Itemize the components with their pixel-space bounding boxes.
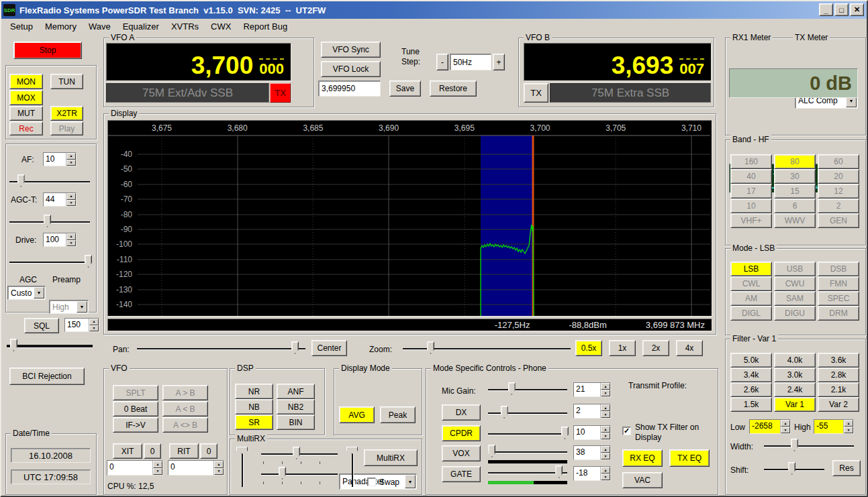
dsp-button[interactable]: SR (235, 415, 273, 430)
zoom-preset-button[interactable]: 4x (676, 340, 703, 356)
bci-rejection-button[interactable]: BCI Rejection (9, 368, 85, 385)
filter-button[interactable]: 5.0k (730, 353, 772, 368)
filter-button[interactable]: 4.0k (774, 353, 816, 368)
mode-button[interactable]: CWL (730, 276, 772, 291)
close-button[interactable]: ✕ (850, 3, 864, 16)
multirx-gain-slider-1[interactable] (260, 447, 339, 460)
dropdown-arrow-icon[interactable]: ▼ (77, 301, 87, 313)
af-spinner[interactable]: 10▲▼ (43, 152, 77, 166)
agct-slider[interactable] (8, 215, 91, 228)
vox-spinner[interactable]: 38▲▼ (573, 445, 611, 460)
band-button[interactable]: 160 (730, 154, 772, 169)
zero-beat-button[interactable]: 0 Beat (113, 401, 158, 417)
dsp-button[interactable]: NB2 (277, 399, 315, 415)
band-button[interactable]: GEN (818, 213, 859, 228)
spinner-arrows[interactable]: ▲▼ (600, 426, 610, 439)
menu-item[interactable]: Setup (4, 20, 39, 33)
drive-slider[interactable] (8, 255, 91, 268)
spinner-arrows[interactable]: ▲▼ (152, 461, 162, 475)
menu-item[interactable]: Wave (83, 20, 117, 33)
mode-button[interactable]: FMN (818, 276, 859, 291)
multirx-pan-slider-left[interactable] (236, 445, 248, 488)
filter-button[interactable]: 3.0k (774, 368, 816, 382)
mode-button[interactable]: DIGU (774, 306, 816, 321)
spinner-arrows[interactable]: ▲▼ (843, 420, 853, 433)
tune-step-field[interactable]: 50Hz (450, 54, 491, 70)
band-button[interactable]: 15 (774, 184, 816, 199)
rit-button[interactable]: RIT (169, 443, 199, 459)
a-to-b-button[interactable]: A > B (162, 385, 208, 400)
gate-spinner[interactable]: -18▲▼ (573, 466, 611, 481)
rit-spinner[interactable]: 0▲▼ (168, 460, 224, 476)
mode-button[interactable]: LSB (730, 262, 772, 276)
dsp-button[interactable]: NR (235, 384, 273, 399)
spinner-arrows[interactable]: ▲▼ (600, 467, 610, 480)
spinner-arrows[interactable]: ▲▼ (600, 383, 610, 396)
menu-item[interactable]: Memory (39, 20, 83, 33)
xit-clear-button[interactable]: 0 (144, 443, 161, 459)
peak-button[interactable]: Peak (380, 406, 416, 423)
zoom-preset-button[interactable]: 1x (609, 340, 636, 356)
slider-thumb[interactable] (293, 447, 300, 459)
filter-high-spinner[interactable]: -55▲▼ (814, 419, 854, 434)
a-swap-b-button[interactable]: A <> B (162, 417, 208, 433)
multirx-gain-slider-2[interactable] (260, 467, 339, 480)
sql-button[interactable]: SQL (24, 318, 59, 333)
vac-button[interactable]: VAC (622, 472, 663, 488)
avg-button[interactable]: AVG (339, 406, 375, 423)
drive-spinner[interactable]: 100▲▼ (43, 233, 77, 247)
vfo-lock-button[interactable]: VFO Lock (321, 61, 381, 77)
slider-thumb[interactable] (17, 174, 25, 187)
preamp-select[interactable]: High▼ (49, 300, 89, 314)
filter-reset-button[interactable]: Res (832, 460, 861, 476)
show-tx-filter-checkbox[interactable]: ✓ (622, 427, 631, 435)
band-button[interactable]: 12 (818, 184, 859, 199)
agc-select[interactable]: Custo▼ (7, 286, 46, 300)
slider-thumb[interactable] (85, 255, 92, 268)
vfob-tx-button[interactable]: TX (524, 83, 548, 103)
spinner-arrows[interactable]: ▲▼ (66, 233, 76, 246)
mut-button[interactable]: MUT (9, 106, 43, 121)
slider-thumb[interactable] (488, 445, 495, 457)
mode-button[interactable]: USB (774, 262, 816, 276)
slider-thumb[interactable] (508, 382, 516, 395)
rx-eq-button[interactable]: RX EQ (622, 449, 663, 467)
maximize-button[interactable]: □ (834, 3, 849, 16)
mox-button[interactable]: MOX (9, 90, 43, 105)
tx-eq-button[interactable]: TX EQ (669, 449, 710, 467)
mode-button[interactable]: DIGL (730, 306, 772, 321)
filter-button[interactable]: 2.4k (774, 382, 816, 397)
slider-thumb[interactable] (427, 341, 434, 354)
agct-spinner[interactable]: 44▲▼ (43, 192, 77, 207)
menu-item[interactable]: CWX (205, 20, 237, 33)
vfo-sync-button[interactable]: VFO Sync (321, 42, 381, 58)
if-to-vfo-button[interactable]: IF->V (113, 417, 158, 433)
band-button[interactable]: 6 (774, 199, 816, 213)
mode-button[interactable]: AM (730, 291, 772, 306)
cpdr-spinner[interactable]: 10▲▼ (573, 425, 611, 440)
spinner-arrows[interactable]: ▲▼ (66, 193, 76, 206)
band-button[interactable]: WWV (774, 213, 816, 228)
mode-button[interactable]: CWU (774, 276, 816, 291)
filter-button[interactable]: 3.4k (730, 368, 772, 382)
band-button[interactable]: 10 (730, 199, 772, 213)
dropdown-arrow-icon[interactable]: ▼ (34, 287, 44, 298)
filter-button[interactable]: 2.1k (818, 382, 859, 397)
multirx-pan-slider-right[interactable] (346, 445, 358, 488)
tune-step-up-button[interactable]: + (493, 54, 505, 70)
spinner-arrows[interactable]: ▲▼ (66, 153, 76, 166)
menu-item[interactable]: Report Bug (237, 20, 293, 33)
dsp-button[interactable]: NB (235, 399, 273, 415)
xit-spinner[interactable]: 0▲▼ (107, 460, 163, 476)
vox-button[interactable]: VOX (442, 445, 481, 461)
rit-clear-button[interactable]: 0 (200, 443, 218, 459)
band-button[interactable]: 30 (774, 169, 816, 184)
filter-width-slider[interactable] (763, 439, 855, 452)
sql-spinner[interactable]: 150▲▼ (64, 318, 99, 332)
band-button[interactable]: 40 (730, 169, 772, 184)
mode-button[interactable]: SPEC (818, 291, 859, 306)
xit-button[interactable]: XIT (113, 443, 142, 459)
filter-button[interactable]: 1.5k (730, 397, 772, 412)
dsp-button[interactable]: BIN (277, 415, 315, 430)
filter-low-spinner[interactable]: -2658▲▼ (749, 419, 791, 434)
